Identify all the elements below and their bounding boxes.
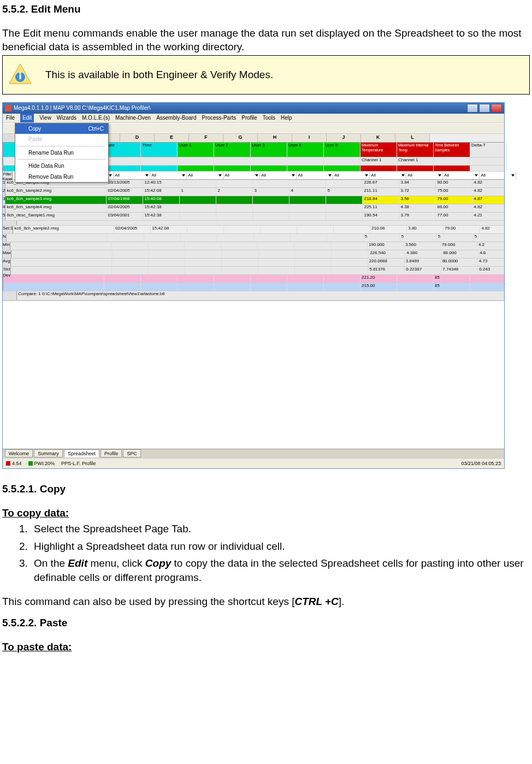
tab-spc[interactable]: SPC (123, 449, 141, 457)
info-icon (8, 63, 32, 87)
hdr-date: Date (104, 143, 141, 157)
status-datetime: 03/21/08 04:05:23 (461, 460, 501, 467)
menu-moles[interactable]: M.O.L.E.(s) (82, 114, 110, 122)
info-note-box: This is available in both Engineer & Ver… (2, 55, 530, 95)
menu-machine[interactable]: Machine-Oven (115, 114, 151, 122)
menu-separator (17, 146, 106, 146)
hdr-maxtemp: Maximum Temperature (360, 143, 397, 157)
menu-item-hide[interactable]: Hide Data Run (15, 161, 108, 172)
table-row[interactable]: 4 kc6_8ch_sample4.mxg 02/04/200515:42:38… (3, 204, 504, 213)
menu-item-label: Remove Data Run (28, 173, 73, 181)
text-fragment: menu, click (87, 557, 145, 569)
menu-wizards[interactable]: Wizards (57, 114, 76, 122)
menu-assembly[interactable]: Assembly-Board (156, 114, 196, 122)
col-k[interactable]: K (361, 134, 395, 142)
compare-row: Compare: 1 0:\C:\MegaWork\MAP\compare\sp… (3, 291, 504, 301)
menu-edit[interactable]: Edit (20, 114, 34, 122)
maximize-button[interactable] (479, 104, 490, 113)
paste-procedure-head: To paste data: (2, 640, 530, 654)
minimize-button[interactable] (467, 104, 478, 113)
hdr-time: Time (141, 143, 178, 157)
menu-item-remove[interactable]: Remove Data Run (15, 172, 108, 183)
menu-item-paste: Paste (15, 134, 108, 145)
menu-bar[interactable]: File Edit View Wizards M.O.L.E.(s) Machi… (3, 114, 504, 123)
menu-file[interactable]: File (6, 114, 15, 122)
selection-summary-row: Sel:3 kc6_8ch_sample2.mxg 02/04/200515:4… (3, 226, 504, 234)
text-fragment: On the (34, 557, 68, 569)
text-fragment: This command can also be used by pressin… (2, 596, 294, 607)
empty-grid-area (3, 301, 504, 449)
menu-item-label: Rename Data Run (28, 149, 74, 157)
sheet-tabs[interactable]: Welcome Summary Spreadsheet Profile SPC (3, 449, 504, 458)
table-row[interactable]: 5 8ch_desc_Sample1.mxg 03/04/200115:42:3… (3, 213, 504, 221)
menu-help[interactable]: Help (281, 114, 292, 122)
hdr-user4: User 4 (287, 143, 324, 157)
svg-rect-2 (20, 74, 21, 79)
stats-row-n: N 5555 (3, 234, 504, 242)
window-title: Mega4.0.1.1.0 | MAP V8.00 C:\Mega4KIC1.M… (14, 104, 150, 112)
window-titlebar: Mega4.0.1.1.0 | MAP V8.00 C:\Mega4KIC1.M… (3, 103, 504, 114)
table-row[interactable]: 2 kc6_8ch_sample2.mxg 02/04/200515:42:08… (3, 188, 504, 196)
intro-paragraph: The Edit menu commands enable the user m… (2, 26, 530, 54)
tab-summary[interactable]: Summary (34, 449, 63, 457)
shortcut-key: CTRL +C (294, 596, 338, 607)
section-heading: 5.5.2. Edit Menu (2, 2, 530, 16)
data-grid[interactable]: 1 kc6_8ch_sample.mxg 03/13/200512:40:15 … (3, 180, 504, 301)
emphasis-edit: Edit (68, 557, 87, 569)
col-j[interactable]: J (327, 134, 361, 142)
subsection-copy: 5.5.2.1. Copy (2, 482, 530, 496)
table-row-selected[interactable]: 3 kc6_8ch_sample3.mxg 07/04/199815:40:08… (3, 196, 504, 204)
hdr-maxint: Maximum Internal Temp (397, 143, 434, 157)
status-profile: PPS-L.F. Profile (61, 460, 96, 467)
threshold-row-lower: 215.0085 (3, 283, 504, 291)
col-i[interactable]: I (292, 134, 327, 142)
stats-row-avg: Avg 220.06883.848980.00004.73 (3, 258, 504, 267)
stats-row-stddev: Std Dev 5.813760.223877.743480.243 (3, 267, 504, 275)
list-item: Select the Spreadsheet Page Tab. (31, 522, 530, 536)
hdr-user1: User 1 (178, 143, 214, 157)
hdr-user3: User 3 (251, 143, 287, 157)
stats-row-min: Min 190.0003.56079.0004.2 (3, 242, 504, 250)
menu-item-label: Hide Data Run (28, 162, 64, 170)
tab-profile[interactable]: Profile (101, 449, 122, 457)
shortcut-paragraph: This command can also be used by pressin… (2, 595, 530, 609)
menu-separator (17, 159, 106, 160)
col-f[interactable]: F (189, 134, 223, 142)
menu-item-label: Paste (28, 136, 43, 143)
info-note-text: This is available in both Engineer & Ver… (45, 68, 273, 82)
tab-spreadsheet[interactable]: Spreadsheet (64, 449, 99, 457)
subsection-paste: 5.5.2.2. Paste (2, 616, 530, 630)
svg-point-3 (19, 72, 21, 74)
menu-item-rename[interactable]: Rename Data Run (15, 148, 108, 158)
edit-dropdown: Copy Ctrl+C Paste Rename Data Run Hide D… (15, 123, 109, 183)
col-h[interactable]: H (258, 134, 292, 142)
list-item: On the Edit menu, click Copy to copy the… (31, 556, 530, 584)
col-e[interactable]: E (155, 134, 189, 142)
col-d[interactable]: D (120, 134, 155, 142)
status-bar: 4.54 PWI:20% PPS-L.F. Profile 03/21/08 0… (3, 458, 504, 468)
emphasis-copy: Copy (145, 557, 172, 569)
col-g[interactable]: G (223, 134, 258, 142)
app-screenshot: Mega4.0.1.1.0 | MAP V8.00 C:\Mega4KIC1.M… (2, 102, 505, 469)
col-l[interactable]: L (395, 134, 430, 142)
hdr-deltat: Delta-T (470, 143, 507, 157)
tab-welcome[interactable]: Welcome (5, 449, 33, 457)
status-pwi: PWI:20% (34, 460, 55, 467)
menu-tools[interactable]: Tools (263, 114, 275, 122)
menu-profile[interactable]: Profile (241, 114, 257, 122)
list-item: Highlight a Spreadsheet data run row or … (31, 539, 530, 554)
hdr-tbs: Time Between Samples (434, 143, 470, 157)
channel-i: Channel 1 (360, 157, 397, 165)
copy-steps-list: Select the Spreadsheet Page Tab. Highlig… (31, 522, 530, 585)
threshold-row-upper: 221.2085 (3, 275, 504, 283)
close-button[interactable] (491, 104, 502, 113)
text-fragment: ]. (339, 596, 345, 607)
menu-process[interactable]: Process-Parts (202, 114, 237, 122)
channel-j: Channel 1 (397, 157, 434, 165)
copy-procedure-head: To copy data: (2, 506, 530, 520)
menu-item-copy[interactable]: Copy Ctrl+C (15, 124, 108, 134)
hdr-user2: User 2 (214, 143, 251, 157)
menu-view[interactable]: View (39, 114, 51, 122)
hdr-user5: User 5 (324, 143, 360, 157)
menu-item-accel: Ctrl+C (88, 125, 104, 133)
